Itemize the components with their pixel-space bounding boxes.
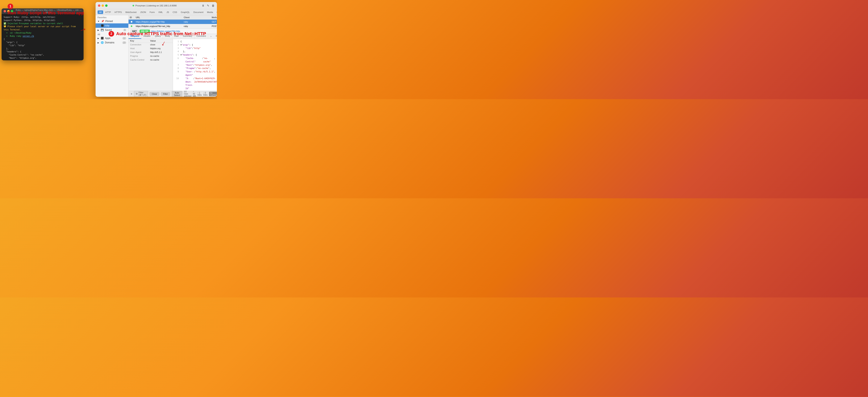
proxyman-title-area: Proxyman | Listening on 192.168.1.6:9090 [109,4,200,7]
kv-val-useragent: http.rb/5.1.1 [149,50,173,54]
edit-icon[interactable]: ✎ [207,4,209,7]
filter-tab-json[interactable]: JSON [138,10,148,14]
filter-tab-document[interactable]: Document [192,10,205,14]
filter-tab-media[interactable]: Media [206,10,215,14]
pin-icon: 📌 [101,20,104,23]
request-row-2-client: ruby [183,25,211,27]
kv-col-value: Value [149,39,173,43]
terminal-line-9: "lib": "http" [4,44,82,47]
request-row-1[interactable]: https://httpbin.org/get?lib=http ruby GE… [128,20,217,24]
filter-tab-https[interactable]: HTTPS [113,10,123,14]
terminal-line-5: ➜ cd ~/Desktop/Ruby [4,31,82,35]
bottom-bar: + ⚙ Filter (⌘⌥F) Clear Filter Auto Selec… [128,91,217,97]
filter-tab-form[interactable]: Form [148,10,156,14]
terminal-line-4: 💛 Please start your local server or run … [4,25,82,31]
annotation-1-number: 1 [8,4,13,9]
json-line-7: 7 "Host" : "httpbin.org" , [173,63,217,67]
annotation-1-text: Run Ruby script in this Terminal app [8,10,84,16]
filter-tab-http[interactable]: HTTP [103,10,113,14]
proxyman-main-content: Favorites ▼ 📌 Pinned ruby ▶ 💾 Saved 9 Al… [96,15,217,97]
annotation-2-text: Auto capture HTTPS traffic from Net::HTT… [116,31,206,36]
kv-val-pragma: no-cache [149,54,173,58]
download-status: ↓ 0 KB/s [203,92,208,96]
json-line-8: 8 "Pragma" : "no-cache" , [173,67,217,70]
filter-tab-xml[interactable]: XML [157,10,164,14]
annotation-2-number: 2 [108,31,114,37]
sidebar-item-ruby[interactable]: ruby [96,23,128,28]
detail-panel: GET 200 OK https://httpbin.org/get?lib=h… [128,29,217,91]
chevron-down-icon: ▼ [98,20,99,22]
response-detail-right: 1 { 2 ▼ "args" : { 3 [173,39,217,91]
chevron-right-icon: ▶ [98,29,99,31]
apps-chevron-icon: ▶ [98,37,99,39]
domains-chevron-icon: ▶ [98,41,99,44]
filter-tab-other[interactable]: Other [215,10,217,14]
terminal-line-10: }, [4,47,82,50]
sidebar-item-pinned[interactable]: ▼ 📌 Pinned [96,19,128,23]
proxyman-maximize-button[interactable] [105,4,107,7]
proxyman-title-text: Proxyman | Listening on 192.168.1.6:9090 [135,4,177,7]
filter-button[interactable]: Filter [161,92,170,96]
terminal-line-12: "Cache-Control": "no-cache", [4,53,82,57]
request-row-2[interactable]: https://httpbin.org/post?lib=net_http ru… [128,24,217,28]
kv-key-pragma: Pragma [128,54,149,58]
col-id: ID [128,16,134,19]
sidebar-item-domains[interactable]: ▶ 🌐 Domains 23 [96,40,128,45]
annotation-1: 1 Run Ruby script in this Terminal app [8,4,84,16]
terminal-window: Ruby — nghia@NghiaTrans-Mac-mini — ~/Des… [2,8,84,60]
filter-tab-graphql[interactable]: GraphQL [179,10,191,14]
kv-key-useragent: User-Agent [128,50,149,54]
json-line-4: 4 }, [173,50,217,53]
clear-button[interactable]: Clear [150,92,159,96]
proxyman-minimize-button[interactable] [101,4,104,7]
sidebar-favorites-header: Favorites [96,15,128,19]
kv-row-useragent: User-Agent http.rb/5.1.1 [128,50,173,54]
sidebar-pinned-label: Pinned [105,20,113,23]
request-row-1-client: ruby [183,21,211,23]
filter-input[interactable]: ⚙ Filter (⌘⌥F) [134,91,148,97]
res-tab-response[interactable]: Response [214,34,217,39]
terminal-line-8: "args": { [4,41,82,44]
terminal-line-2: Support Python: (http, httplib, httplib2… [4,19,82,22]
plus-icon[interactable]: + [130,92,132,96]
json-line-10: 10 "X-Amzn-Trace-Id" : "Root=1-6459f629-… [173,77,217,90]
proxy-status-dot [132,5,134,6]
proxyman-titlebar: Proxyman | Listening on 192.168.1.6:9090… [96,2,217,9]
json-line-2: 2 ▼ "args" : { [173,43,217,47]
req-tab-add[interactable]: + [208,34,214,39]
col-url: URL [134,16,183,19]
json-line-6: 6 "Cache-Control" : "no-cache" , [173,57,217,63]
request-row-1-url: https://httpbin.org/get?lib=http [134,21,183,23]
sidebar-item-apps[interactable]: ▶ ⬛ Apps 12 [96,36,128,40]
domains-icon: 🌐 [101,41,104,44]
filter-label: Filter (⌘⌥F) [138,91,146,96]
apps-icon: ⬛ [101,37,104,39]
terminal-line-7: { [4,38,82,41]
filter-tab-websocket[interactable]: WebSocket [124,10,138,14]
terminal-close-button[interactable] [4,10,6,12]
request-list: ID URL Client Method Status Code Time Du… [128,15,217,29]
request-detail-left: Key Value Connection close Hos [128,39,173,91]
sidebar-apps-count: 12 [122,37,126,39]
terminal-line-13: "Host": "httpbin.org", [4,57,82,60]
terminal-line-14: "Pragma": "no-cache", [4,60,82,61]
trash-icon[interactable]: 🗑 [212,4,215,7]
filter-tab-js[interactable]: JS [165,10,171,14]
proxyman-close-button[interactable] [98,4,100,7]
terminal-line-11: "headers": { [4,50,82,53]
pause-icon[interactable]: ⏸ [202,4,205,7]
filter-tab-all[interactable]: All [98,10,103,14]
request-row-2-dot [128,25,134,27]
kv-row-connection: Connection close [128,43,173,47]
terminal-body: Support Ruby: (http, net/http, net/https… [2,14,84,60]
filter-tab-css[interactable]: CSS [171,10,179,14]
rows-selected-status: 1/2 rows selected [184,91,191,97]
auto-select-button[interactable]: Auto Select [172,91,182,97]
upload-status: ↑ 1 KB/s [197,92,202,96]
terminal-line-6: ➜ Ruby ruby server.rb [4,35,82,38]
memory-status: ~ 92 MB [193,91,196,97]
kv-row-cachecontrol: Cache-Control no-cache [128,58,173,62]
kv-key-connection: Connection [128,43,149,47]
kv-col-key: Key [128,39,149,43]
kv-key-cachecontrol: Cache-Control [128,58,149,62]
